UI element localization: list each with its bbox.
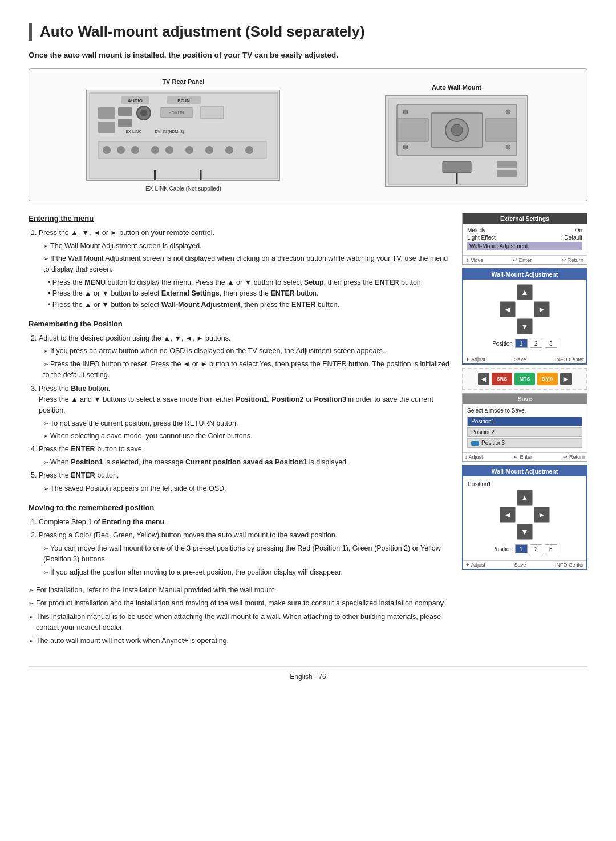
remote-srs-btn: SRS [492, 373, 512, 385]
wall-mount-adjustment-panel-2: Wall-Mount Adjustment Position1 ▲ ◄ ► ▼ … [462, 465, 587, 570]
arrow-topleft [500, 284, 516, 300]
step-1-bullets: Press the MENU button to display the men… [39, 277, 451, 310]
arrow2-right: ► [534, 507, 550, 523]
wm-adjust-body-1: ▲ ◄ ► ▼ Position 1 2 3 [463, 280, 586, 355]
svg-rect-5 [98, 107, 115, 119]
tv-rear-panel-section: TV Rear Panel PC IN AUDIO HDMI IN EX-LIN… [40, 78, 326, 192]
move-step-2: Pressing a Color (Red, Green, Yellow) bu… [39, 530, 451, 578]
svg-point-18 [117, 146, 125, 154]
external-settings-body: Melody : On Light Effect : Default Wall-… [463, 224, 587, 255]
remote-arrow-left-btn: ◄ [478, 373, 489, 385]
arrow2-topright [534, 490, 550, 506]
save-option-3: Position3 [467, 438, 582, 448]
intro-text: Once the auto wall mount is installed, t… [29, 51, 587, 59]
note-4: The auto wall mount will not work when A… [29, 636, 451, 646]
melody-row: Melody : On [467, 227, 582, 233]
sub-4: When Position1 is selected, the message … [43, 457, 451, 468]
remote-buttons-panel: ◄ SRS MTS DMA ► [462, 368, 587, 390]
external-settings-panel: External Settings Melody : On Light Effe… [462, 213, 587, 265]
svg-text:EX-LINK: EX-LINK [126, 130, 142, 134]
svg-point-17 [103, 146, 111, 154]
arrow-center [517, 301, 533, 317]
wall-mount-highlight: Wall-Mount Adjustment [467, 242, 582, 250]
arrow2-down: ▼ [517, 524, 533, 540]
arrow2-left: ◄ [500, 507, 516, 523]
svg-point-23 [205, 146, 213, 154]
bullet-3: Press the ▲ or ▼ button to select Wall-M… [48, 300, 451, 310]
arrow-bottomright [534, 318, 550, 334]
svg-rect-13 [201, 106, 224, 119]
step-1-subs: The Wall Mount Adjustment screen is disp… [39, 241, 451, 276]
external-settings-title: External Settings [463, 213, 587, 224]
svg-text:PC IN: PC IN [178, 98, 191, 103]
move-step-1: Complete Step 1 of Entering the menu. [39, 517, 451, 528]
remembering-position-heading: Remembering the Position [29, 318, 451, 330]
sub-2-2: Press the INFO button to reset. Press th… [43, 359, 451, 381]
step-4: Press the ENTER button to save. When Pos… [39, 444, 451, 468]
svg-point-36 [451, 124, 463, 136]
step-2-subs: If you press an arrow button when no OSD… [39, 346, 451, 381]
svg-point-20 [151, 146, 159, 154]
arrow-down: ▼ [517, 318, 533, 334]
move-step-2-subs: You can move the wall mount to one of th… [39, 543, 451, 578]
svg-point-32 [403, 145, 408, 149]
svg-point-31 [506, 110, 510, 114]
step-4-subs: When Position1 is selected, the message … [39, 457, 451, 468]
sub-5: The saved Position appears on the left s… [43, 483, 451, 494]
svg-point-10 [140, 110, 147, 116]
sidebar-panels: External Settings Melody : On Light Effe… [462, 213, 587, 649]
pos-3: 3 [545, 339, 557, 348]
step-3-subs: To not save the current position, press … [39, 418, 451, 442]
svg-point-19 [131, 146, 139, 154]
arrow-topright [534, 284, 550, 300]
svg-rect-37 [397, 119, 428, 141]
position1-indicator: Position1 [468, 481, 491, 487]
step-2-text: Adjust to the desired position using the… [39, 334, 230, 342]
moving-position-steps: Complete Step 1 of Entering the menu. Pr… [29, 517, 451, 578]
save-panel-nav: ↕ Adjust↵ Enter↩ Return [463, 452, 587, 461]
save-subtitle: Select a mode to Save. [467, 407, 582, 414]
wm-adjust-body-2: Position1 ▲ ◄ ► ▼ Position 1 2 3 [463, 476, 586, 560]
arrow-grid-2: ▲ ◄ ► ▼ [500, 490, 550, 540]
svg-point-21 [165, 146, 173, 154]
move-sub-2: If you adjust the positon after moving t… [43, 567, 451, 578]
auto-wall-mount-svg [385, 95, 528, 187]
save-panel: Save Select a mode to Save. Position1 Po… [462, 393, 587, 462]
sub-1-1: The Wall Mount Adjustment screen is disp… [43, 241, 451, 252]
content-area: Entering the menu Press the ▲, ▼, ◄ or ►… [29, 213, 587, 649]
svg-rect-0 [90, 93, 278, 179]
tv-rear-panel-svg: PC IN AUDIO HDMI IN EX-LINK DVI IN (HDMI… [86, 90, 280, 181]
save-option-2: Position2 [467, 427, 582, 437]
svg-rect-42 [497, 170, 517, 177]
remembering-position-steps: Adjust to the desired position using the… [29, 333, 451, 494]
sub-3a: To not save the current position, press … [43, 418, 451, 429]
diagram-box: TV Rear Panel PC IN AUDIO HDMI IN EX-LIN… [29, 68, 587, 201]
pos-2: 2 [530, 339, 542, 348]
entering-menu-steps: Press the ▲, ▼, ◄ or ► button on your re… [29, 228, 451, 310]
position-bar-2: Position 1 2 3 [492, 544, 557, 553]
svg-point-22 [185, 146, 193, 154]
light-effect-label: Light Effect [467, 234, 496, 241]
light-effect-row: Light Effect : Default [467, 234, 582, 241]
remote-arrow-right-btn: ► [560, 373, 572, 385]
melody-value: : On [572, 227, 582, 233]
svg-rect-39 [443, 161, 471, 173]
arrow-up: ▲ [517, 284, 533, 300]
step-3: Press the Blue button. Press the ▲ and ▼… [39, 383, 451, 442]
sub-1-2: If the Wall Mount Adjustment screen is n… [43, 253, 451, 276]
wm-nav-2: ✦ AdjustSaveINFO Center [463, 560, 586, 569]
pos-1-active: 1 [515, 339, 528, 348]
pos2-3: 3 [545, 544, 557, 553]
bullet-2: Press the ▲ or ▼ button to select Extern… [48, 288, 451, 299]
step-1: Press the ▲, ▼, ◄ or ► button on your re… [39, 228, 451, 310]
bullet-1: Press the MENU button to display the men… [48, 277, 451, 288]
step-5: Press the ENTER button. The saved Positi… [39, 470, 451, 494]
note-2: For product installation and the install… [29, 598, 451, 609]
arrow-left: ◄ [500, 301, 516, 317]
svg-point-30 [403, 110, 408, 114]
note-1: For installation, refer to the Installat… [29, 585, 451, 596]
arrow-bottomleft [500, 318, 516, 334]
auto-wall-mount-label: Auto Wall-Mount [432, 84, 481, 91]
svg-text:HDMI IN: HDMI IN [169, 111, 184, 115]
remote-dma-btn: DMA [537, 373, 558, 385]
